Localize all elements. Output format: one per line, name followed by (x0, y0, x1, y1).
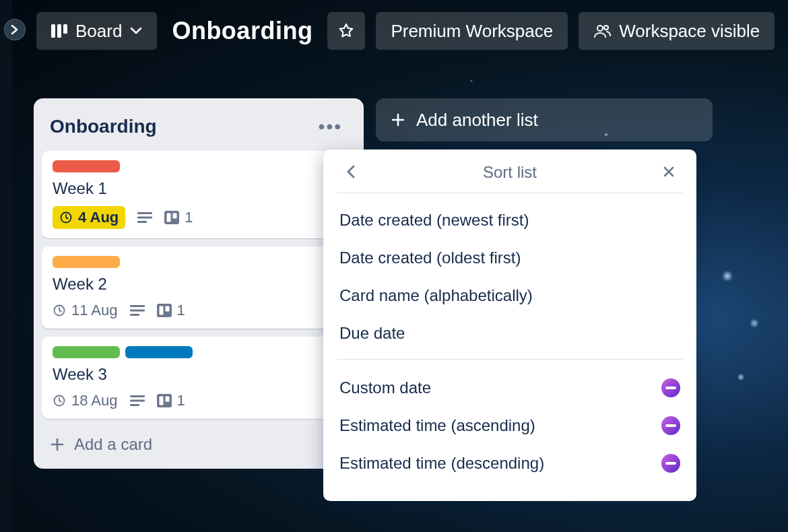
card-title: Week 1 (53, 179, 345, 198)
svg-rect-1 (57, 24, 61, 38)
powerup-badge-icon (661, 378, 680, 397)
due-date-badge: 4 Aug (53, 206, 125, 229)
add-list-label: Add another list (416, 110, 538, 131)
card-title: Week 3 (53, 365, 345, 384)
powerup-badge-icon (661, 416, 680, 435)
description-badge (130, 395, 145, 407)
due-date-badge: 18 Aug (53, 392, 118, 409)
svg-rect-18 (165, 306, 169, 312)
sort-option-label: Custom date (339, 378, 431, 397)
sort-option-powerup[interactable]: Estimated time (ascending) (337, 407, 683, 444)
card[interactable]: Week 1 4 Aug (42, 151, 356, 238)
clock-icon (59, 211, 73, 224)
svg-rect-0 (51, 24, 55, 38)
sidebar-collapsed (0, 0, 12, 532)
due-date-text: 4 Aug (78, 209, 119, 226)
svg-rect-13 (130, 305, 145, 307)
checklist-count: 1 (185, 209, 193, 226)
sort-option[interactable]: Date created (newest first) (337, 201, 683, 239)
view-switcher-label: Board (75, 21, 122, 42)
clock-icon (53, 304, 66, 317)
description-badge (137, 211, 152, 224)
svg-point-3 (597, 26, 603, 31)
add-card-button[interactable]: Add a card (42, 427, 356, 462)
svg-rect-9 (164, 211, 179, 224)
svg-rect-8 (137, 221, 147, 223)
trello-icon (164, 211, 179, 224)
sidebar-expand-button[interactable] (4, 19, 26, 40)
visibility-label: Workspace visible (619, 21, 760, 42)
sort-option-label: Card name (alphabetically) (339, 286, 533, 305)
view-switcher[interactable]: Board (36, 12, 157, 50)
svg-rect-15 (130, 314, 139, 316)
chevron-right-icon (11, 25, 19, 34)
label-blue[interactable] (125, 346, 193, 358)
premium-workspace-label: Premium Workspace (391, 21, 553, 42)
label-orange[interactable] (53, 256, 120, 268)
popover-back-button[interactable] (339, 160, 362, 183)
checklist-badge: 1 (157, 392, 185, 409)
checklist-badge: 1 (164, 209, 193, 226)
svg-rect-6 (137, 212, 152, 214)
description-icon (137, 211, 152, 224)
svg-point-4 (604, 26, 608, 30)
due-date-badge: 11 Aug (53, 302, 118, 319)
due-date-text: 18 Aug (71, 392, 118, 409)
add-another-list-button[interactable]: Add another list (376, 98, 713, 141)
svg-rect-22 (130, 404, 139, 406)
star-board-button[interactable] (327, 12, 365, 50)
board-icon (51, 24, 67, 38)
svg-rect-24 (159, 397, 163, 405)
svg-rect-25 (165, 397, 169, 402)
visibility-button[interactable]: Workspace visible (579, 12, 775, 50)
svg-rect-23 (157, 394, 172, 407)
sort-option-label: Due date (339, 324, 405, 343)
svg-rect-20 (130, 395, 145, 397)
svg-rect-21 (130, 400, 145, 402)
plus-icon (50, 437, 65, 452)
trello-icon (157, 304, 172, 317)
sort-option[interactable]: Date created (oldest first) (337, 239, 683, 277)
trello-icon (157, 394, 172, 407)
card[interactable]: Week 3 18 Aug (42, 337, 356, 419)
description-icon (130, 304, 145, 317)
card[interactable]: Week 2 11 Aug (42, 246, 356, 329)
sort-option[interactable]: Due date (337, 314, 683, 352)
sort-list-popover: Sort list Date created (newest first) Da… (323, 149, 696, 501)
svg-rect-14 (130, 310, 145, 312)
list-menu-button[interactable]: ••• (313, 113, 348, 140)
sort-option-label: Date created (oldest first) (339, 248, 521, 267)
description-badge (130, 304, 145, 317)
sort-option-powerup[interactable]: Custom date (337, 369, 683, 407)
checklist-count: 1 (177, 302, 185, 319)
add-card-label: Add a card (74, 435, 152, 454)
people-icon (593, 24, 611, 38)
board-title[interactable]: Onboarding (168, 17, 317, 45)
list-title[interactable]: Onboarding (50, 116, 157, 137)
card-title: Week 2 (53, 275, 345, 294)
sort-option-label: Estimated time (descending) (339, 454, 544, 473)
sort-option-label: Date created (newest first) (339, 211, 529, 230)
popover-divider (337, 359, 683, 360)
premium-workspace-button[interactable]: Premium Workspace (376, 12, 568, 50)
svg-rect-10 (167, 213, 171, 222)
sort-option-label: Estimated time (ascending) (339, 416, 535, 435)
due-date-text: 11 Aug (71, 302, 118, 319)
sort-option-powerup[interactable]: Estimated time (descending) (337, 444, 683, 482)
popover-close-button[interactable] (657, 160, 680, 183)
close-icon (663, 166, 675, 178)
svg-rect-7 (137, 217, 152, 219)
list-onboarding: Onboarding ••• Week 1 4 Aug (34, 98, 364, 469)
description-icon (130, 395, 145, 407)
svg-rect-11 (173, 213, 177, 219)
svg-rect-2 (63, 24, 67, 34)
label-red[interactable] (53, 160, 120, 172)
label-green[interactable] (53, 346, 120, 358)
powerup-badge-icon (661, 454, 680, 473)
sort-option[interactable]: Card name (alphabetically) (337, 277, 683, 314)
svg-rect-17 (159, 306, 163, 315)
star-icon (337, 22, 355, 40)
checklist-badge: 1 (157, 302, 185, 319)
popover-title: Sort list (483, 163, 537, 181)
chevron-down-icon (130, 27, 142, 35)
